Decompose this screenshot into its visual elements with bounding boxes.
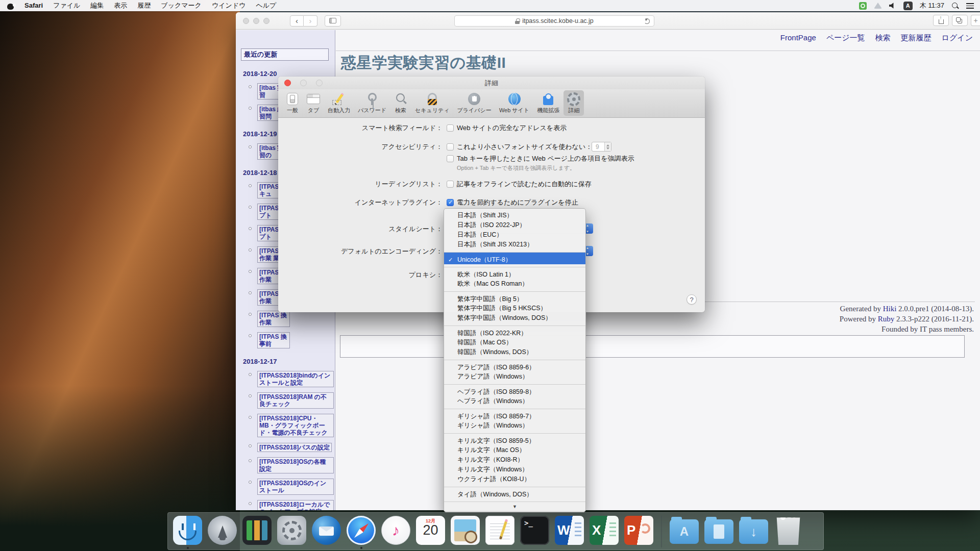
excel-dock-icon[interactable]: X bbox=[590, 516, 619, 545]
encoding-menu-item[interactable]: 繁体字中国語（Big 5 HKSCS） bbox=[444, 304, 585, 313]
reload-icon[interactable] bbox=[644, 18, 650, 24]
menu-bar-item[interactable]: 履歴 bbox=[132, 0, 156, 11]
address-bar[interactable]: itpass.scitec.kobe-u.ac.jp bbox=[454, 15, 654, 27]
encoding-menu-item[interactable]: 韓国語（ISO 2022-KR） bbox=[444, 325, 585, 338]
pref-tab-extensions[interactable]: 機能拡張 bbox=[533, 90, 563, 116]
finder-dock-icon[interactable] bbox=[173, 516, 202, 545]
encoding-menu-item[interactable]: 欧米（ISO Latin 1） bbox=[444, 267, 585, 279]
wifi-icon[interactable] bbox=[874, 3, 882, 9]
encoding-menu-item[interactable]: 繁体字中国語（Big 5） bbox=[444, 291, 585, 304]
input-source-icon[interactable]: A bbox=[903, 2, 913, 10]
pref-tab-search[interactable]: 検索 bbox=[390, 90, 411, 116]
downloads-folder-dock-icon[interactable] bbox=[739, 519, 768, 544]
min-font-size-checkbox[interactable] bbox=[447, 143, 454, 151]
encoding-menu-item[interactable]: 韓国語（Mac OS） bbox=[444, 338, 585, 347]
window-close-button[interactable] bbox=[243, 18, 249, 24]
documents-folder-dock-icon[interactable] bbox=[704, 519, 733, 544]
page-nav-link[interactable]: FrontPage bbox=[780, 33, 816, 43]
menu-bar-item[interactable]: 表示 bbox=[109, 0, 132, 11]
sidebar-entry[interactable]: [ITPASS2018]OSのインストール bbox=[257, 479, 334, 495]
page-nav-link[interactable]: ページ一覧 bbox=[826, 33, 865, 43]
dialog-close-button[interactable] bbox=[284, 80, 291, 86]
encoding-menu-item[interactable]: キリル文字（ISO 8859-5） bbox=[444, 433, 585, 445]
pref-tab-passwords[interactable]: パスワード bbox=[354, 90, 390, 116]
ruby-link[interactable]: Ruby bbox=[878, 315, 895, 323]
encoding-menu-item[interactable]: ギリシャ語（ISO 8859-7） bbox=[444, 409, 585, 421]
page-nav-link[interactable]: ログイン bbox=[942, 33, 973, 43]
plugins-checkbox[interactable] bbox=[447, 199, 454, 206]
encoding-menu-item[interactable]: アラビア語（ISO 8859-6） bbox=[444, 360, 585, 372]
encoding-menu-item[interactable]: キリル文字（Mac OS） bbox=[444, 445, 585, 455]
sidebar-entry[interactable]: [ITPASS2018]bindのインストールと設定 bbox=[257, 371, 334, 387]
sidebar-entry[interactable]: [ITPASS2018]ローカルでのバックアップの設定 bbox=[257, 500, 334, 510]
encoding-menu-item[interactable]: 繁体字中国語（Windows, DOS） bbox=[444, 313, 585, 323]
menu-bar-item[interactable]: ヘルプ bbox=[251, 0, 281, 11]
volume-icon[interactable] bbox=[889, 3, 896, 9]
sidebar-entry[interactable]: [ITPAS 換作業 bbox=[257, 311, 334, 327]
tab-overview-button[interactable] bbox=[952, 15, 968, 26]
applications-folder-dock-icon[interactable] bbox=[670, 519, 699, 544]
encoding-menu-item[interactable]: 欧米（Mac OS Roman） bbox=[444, 279, 585, 289]
powerpoint-dock-icon[interactable]: P bbox=[624, 516, 653, 545]
new-tab-button[interactable]: + bbox=[971, 15, 980, 26]
calendar-dock-icon[interactable]: 12月 20 bbox=[416, 516, 445, 545]
encoding-menu-item[interactable]: 日本語（Shift JIS X0213） bbox=[444, 240, 585, 249]
encoding-menu-item[interactable]: ギリシャ語（Windows） bbox=[444, 421, 585, 431]
encoding-menu-item[interactable]: 日本語（EUC） bbox=[444, 230, 585, 240]
pref-tab-autofill[interactable]: 自動入力 bbox=[324, 90, 354, 116]
pref-tab-general[interactable]: 一般 bbox=[282, 90, 303, 116]
sidebar-entry[interactable]: [ITPASS2018]OSの各種設定 bbox=[257, 457, 334, 473]
trash-dock-icon[interactable] bbox=[774, 516, 803, 545]
window-minimize-button[interactable] bbox=[253, 18, 259, 24]
media-panels-app-dock-icon[interactable] bbox=[242, 516, 272, 545]
menu-bar-item[interactable]: Safari bbox=[19, 0, 48, 11]
encoding-menu-item[interactable]: キリル文字（Windows） bbox=[444, 465, 585, 474]
pref-tab-security[interactable]: セキュリティ bbox=[411, 90, 453, 116]
launchpad-dock-icon[interactable] bbox=[208, 516, 237, 545]
font-size-select[interactable]: 9 bbox=[592, 142, 611, 152]
itunes-dock-icon[interactable] bbox=[381, 516, 410, 545]
page-nav-link[interactable]: 更新履歴 bbox=[901, 33, 932, 43]
page-nav-link[interactable]: 検索 bbox=[875, 33, 891, 43]
encoding-menu-item[interactable]: キリル文字（KOI8-R） bbox=[444, 455, 585, 465]
sidebar-entry[interactable]: [ITPASS2018]パスの設定 bbox=[257, 442, 334, 452]
sidebar-entry[interactable]: [ITPASS2018]RAM の不良チェック bbox=[257, 392, 334, 409]
encoding-menu-item[interactable]: Unicode（UTF-8） bbox=[444, 252, 585, 264]
encoding-menu-item[interactable]: ヘブライ語（Windows） bbox=[444, 396, 585, 406]
menu-bar-clock[interactable]: 木 11:37 bbox=[920, 1, 944, 10]
pref-tab-advanced[interactable]: 詳細 bbox=[564, 90, 584, 116]
tab-highlight-checkbox[interactable] bbox=[447, 155, 454, 162]
help-button[interactable]: ? bbox=[687, 294, 697, 305]
smart-search-checkbox[interactable] bbox=[447, 124, 454, 132]
encoding-menu-item[interactable]: アラビア語（Windows） bbox=[444, 372, 585, 382]
pref-tab-tabs[interactable]: タブ bbox=[303, 90, 324, 116]
share-button[interactable] bbox=[933, 15, 949, 26]
menu-bar-item[interactable]: ファイル bbox=[48, 0, 85, 11]
terminal-dock-icon[interactable] bbox=[520, 516, 549, 545]
textedit-dock-icon[interactable] bbox=[485, 516, 514, 545]
system-preferences-dock-icon[interactable] bbox=[277, 516, 306, 545]
hiki-link[interactable]: Hiki bbox=[883, 305, 897, 313]
safari-dock-icon[interactable] bbox=[347, 516, 376, 545]
back-button[interactable]: ‹ bbox=[290, 15, 304, 27]
forward-button[interactable]: › bbox=[304, 15, 317, 27]
reading-list-checkbox[interactable] bbox=[447, 181, 454, 188]
word-dock-icon[interactable]: W bbox=[555, 516, 584, 545]
menu-bar-item[interactable]: ブックマーク bbox=[156, 0, 207, 11]
encoding-menu-item[interactable]: ウクライナ語（KOI8-U） bbox=[444, 474, 585, 484]
menu-scroll-down-icon[interactable]: ▼ bbox=[444, 502, 585, 510]
preview-dock-icon[interactable] bbox=[451, 516, 480, 545]
notification-center-icon[interactable] bbox=[966, 3, 974, 9]
encoding-menu-item[interactable]: 日本語（ISO 2022-JP） bbox=[444, 220, 585, 230]
pref-tab-websites[interactable]: Web サイト bbox=[496, 90, 533, 116]
green-status-icon[interactable] bbox=[859, 2, 867, 10]
sidebar-entry[interactable]: [ITPAS 換事前 bbox=[257, 332, 334, 348]
sidebar-entry[interactable]: [ITPASS2018]CPU・MB・グラフィックボード・電源の不良チェック bbox=[257, 414, 334, 437]
dialog-minimize-button[interactable] bbox=[300, 80, 307, 86]
encoding-menu-item[interactable]: 韓国語（Windows, DOS） bbox=[444, 347, 585, 357]
apple-menu-icon[interactable] bbox=[7, 2, 14, 10]
pref-tab-privacy[interactable]: プライバシー bbox=[454, 90, 495, 116]
dialog-zoom-button[interactable] bbox=[316, 80, 323, 86]
sidebar-button[interactable] bbox=[325, 15, 341, 27]
encoding-menu-item[interactable]: ヘブライ語（ISO 8859-8） bbox=[444, 384, 585, 396]
